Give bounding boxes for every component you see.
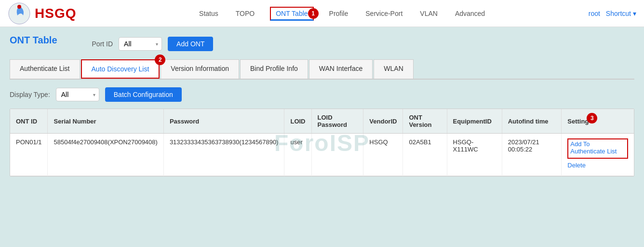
port-id-label: Port ID — [92, 40, 113, 48]
col-equipment-id: EquipmentID — [447, 109, 502, 134]
col-vendor-id: VendorID — [363, 109, 403, 134]
table-wrapper: ONT ID Serial Number Password LOID LOID … — [10, 109, 634, 177]
setting-header-wrapper: Setting 3 — [567, 118, 589, 125]
chevron-down-icon: ▾ — [633, 10, 636, 17]
col-autofind-time: Autofind time — [502, 109, 562, 134]
badge-3: 3 — [587, 113, 597, 124]
logo-text: HSGQ — [35, 6, 76, 21]
display-type-label: Display Type: — [10, 91, 50, 98]
col-loid: LOID — [284, 109, 311, 134]
table-row: PON01/1 58504f4e27009408(XPON27009408) 3… — [10, 134, 634, 176]
svg-point-1 — [17, 5, 21, 9]
nav-vlan[interactable]: VLAN — [418, 1, 440, 26]
cell-loid: user — [284, 134, 311, 176]
tab-bind-profile-info[interactable]: Bind Profile Info — [240, 59, 308, 79]
add-to-authenticate-border: Add To Authenticate List — [567, 138, 628, 159]
tab-authenticate-list[interactable]: Authenticate List — [10, 59, 80, 79]
display-row: Display Type: All ▾ Batch Configuration — [10, 87, 634, 102]
tab-auto-discovery-list[interactable]: Auto Discovery List — [81, 59, 160, 79]
col-loid-password: LOID Password — [311, 109, 363, 134]
cell-ont-version: 02A5B1 — [403, 134, 447, 176]
page-title: ONT Table — [10, 35, 57, 46]
navbar: HSGQ Status TOPO ONT Table 1 Profile Ser… — [0, 0, 644, 27]
col-setting: Setting 3 — [562, 109, 634, 134]
col-ont-id: ONT ID — [10, 109, 48, 134]
display-type-select[interactable]: All — [56, 88, 99, 101]
cell-serial-number: 58504f4e27009408(XPON27009408) — [48, 134, 163, 176]
table-header-row: ONT ID Serial Number Password LOID LOID … — [10, 109, 634, 134]
port-id-select-wrapper: All ▾ — [119, 37, 162, 51]
tab-version-information[interactable]: Version Information — [161, 59, 239, 79]
nav-ont-table[interactable]: ONT Table — [270, 7, 313, 21]
nav-right: root Shortcut ▾ — [589, 10, 636, 17]
batch-configuration-button[interactable]: Batch Configuration — [105, 87, 182, 102]
cell-vendor-id: HSGQ — [363, 134, 403, 176]
badge-1: 1 — [308, 8, 319, 19]
nav-ont-wrapper: ONT Table 1 — [270, 10, 313, 17]
nav-status[interactable]: Status — [197, 1, 220, 26]
nav-service-port[interactable]: Service-Port — [363, 1, 404, 26]
col-serial-number: Serial Number — [48, 109, 163, 134]
nav-topo[interactable]: TOPO — [234, 1, 256, 26]
delete-link[interactable]: Delete — [567, 162, 628, 169]
nav-advanced[interactable]: Advanced — [453, 1, 487, 26]
col-ont-version: ONT Version — [403, 109, 447, 134]
logo-icon — [8, 2, 31, 25]
cell-setting: Add To Authenticate List Delete — [562, 134, 634, 176]
add-ont-button[interactable]: Add ONT — [168, 37, 213, 51]
add-to-authenticate-link[interactable]: Add To Authenticate List — [570, 140, 625, 155]
nav-profile[interactable]: Profile — [327, 1, 350, 26]
cell-equipment-id: HSGQ-X111WC — [447, 134, 502, 176]
ont-table: ONT ID Serial Number Password LOID LOID … — [10, 109, 634, 176]
display-type-select-wrapper: All ▾ — [56, 88, 99, 101]
logo-area: HSGQ — [8, 2, 76, 25]
toolbar: ONT Table Port ID All ▾ Add ONT — [10, 35, 634, 53]
tab-wlan[interactable]: WLAN — [374, 59, 413, 79]
nav-user: root — [589, 10, 600, 17]
col-password: Password — [163, 109, 284, 134]
table-area: ForoISP ONT ID Serial Number Password LO… — [10, 109, 634, 177]
nav-links: Status TOPO ONT Table 1 Profile Service-… — [95, 1, 588, 26]
port-id-select[interactable]: All — [119, 37, 162, 51]
nav-shortcut[interactable]: Shortcut ▾ — [606, 10, 636, 17]
main-content: ONT Table Port ID All ▾ Add ONT Authenti… — [0, 27, 644, 184]
tabs-bar: Authenticate List Auto Discovery List 2 … — [10, 59, 634, 80]
cell-ont-id: PON01/1 — [10, 134, 48, 176]
tab-wan-interface[interactable]: WAN Interface — [309, 59, 373, 79]
cell-autofind-time: 2023/07/21 00:05:22 — [502, 134, 562, 176]
tab-auto-discovery-wrapper: Auto Discovery List 2 — [81, 59, 161, 79]
cell-loid-password — [311, 134, 363, 176]
cell-password: 31323333435363738930(1234567890) — [163, 134, 284, 176]
